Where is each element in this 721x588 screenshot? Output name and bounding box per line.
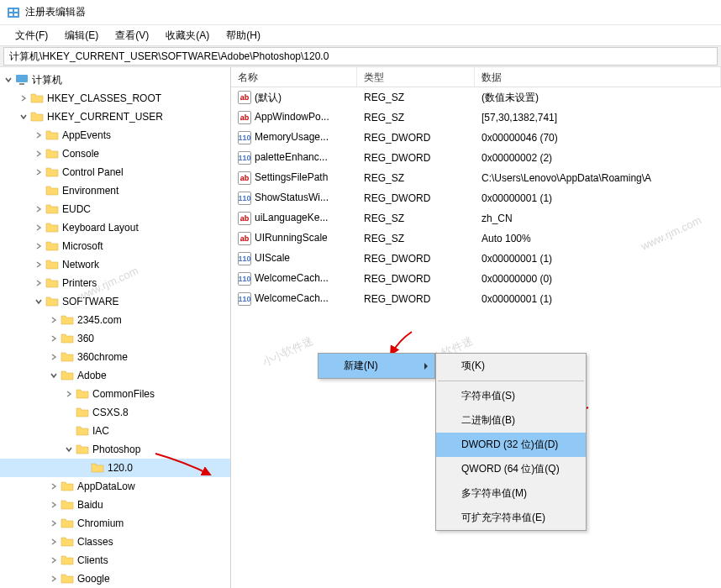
folder-icon — [76, 444, 89, 455]
tree-item[interactable]: Control Panel — [0, 163, 230, 181]
chevron-right-icon[interactable] — [34, 241, 44, 251]
tree-hkcu[interactable]: HKEY_CURRENT_USER — [0, 108, 230, 126]
list-row[interactable]: 110WelcomeCach... REG_DWORD 0x00000001 (… — [231, 289, 721, 309]
tree-item[interactable]: AppDataLow — [0, 477, 230, 496]
chevron-right-icon[interactable] — [49, 333, 59, 344]
tree-label: Environment — [62, 185, 118, 197]
menu-edit[interactable]: 编辑(E) — [56, 27, 107, 45]
tree-item[interactable]: Clients — [0, 551, 230, 570]
chevron-right-icon[interactable] — [49, 555, 59, 565]
chevron-right-icon[interactable] — [34, 167, 44, 177]
menu-file[interactable]: 文件(F) — [7, 27, 56, 45]
ctx-expand[interactable]: 可扩充字符串值(E) — [436, 506, 586, 530]
chevron-right-icon[interactable] — [18, 93, 29, 103]
tree-label: CSXS.8 — [92, 407, 129, 418]
list-row[interactable]: 110ShowStatusWi... REG_DWORD 0x00000001 … — [231, 188, 721, 208]
tree-item[interactable]: IAC — [0, 422, 230, 440]
window-title: 注册表编辑器 — [25, 5, 86, 19]
tree-item[interactable]: AppEvents — [0, 126, 230, 144]
tree-item[interactable]: Printers — [0, 274, 230, 292]
tree-hkcr[interactable]: HKEY_CLASSES_ROOT — [0, 89, 230, 108]
chevron-right-icon[interactable] — [49, 537, 59, 547]
ctx-qword[interactable]: QWORD (64 位)值(Q) — [436, 457, 586, 481]
ctx-binary[interactable]: 二进制值(B) — [436, 408, 586, 433]
ctx-multi[interactable]: 多字符串值(M) — [436, 481, 586, 506]
tree-root[interactable]: 计算机 — [0, 71, 230, 89]
list-row[interactable]: ab(默认) REG_SZ (数值未设置) — [231, 87, 721, 108]
tree-panel[interactable]: 计算机 HKEY_CLASSES_ROOT HKEY_CURRENT_USER … — [0, 67, 231, 588]
list-row[interactable]: 110paletteEnhanc... REG_DWORD 0x00000002… — [231, 148, 721, 168]
value-name: (默认) — [255, 92, 282, 103]
list-row[interactable]: 110WelcomeCach... REG_DWORD 0x00000000 (… — [231, 269, 721, 289]
folder-icon — [30, 111, 44, 123]
chevron-down-icon[interactable] — [3, 75, 13, 85]
list-header: 名称 类型 数据 — [231, 67, 721, 87]
tree-item[interactable]: 360 — [0, 329, 230, 348]
list-row[interactable]: abSettingsFilePath REG_SZ C:\Users\Lenov… — [231, 168, 721, 188]
menu-favorites[interactable]: 收藏夹(A) — [157, 27, 218, 45]
chevron-down-icon[interactable] — [49, 370, 59, 381]
ctx-string[interactable]: 字符串值(S) — [436, 384, 586, 408]
chevron-right-icon[interactable] — [34, 130, 44, 140]
svg-rect-3 — [9, 13, 13, 16]
tree-item[interactable]: Chromium — [0, 514, 230, 533]
tree-item[interactable]: Keyboard Layout — [0, 218, 230, 237]
tree-item[interactable]: 2345.com — [0, 311, 230, 329]
tree-item[interactable]: SOFTWARE — [0, 292, 230, 311]
tree-item[interactable]: CSXS.8 — [0, 403, 230, 422]
list-row[interactable]: abAppWindowPo... REG_SZ [57,30,1382,741] — [231, 108, 721, 128]
chevron-down-icon[interactable] — [64, 444, 74, 454]
tree-item[interactable]: Baidu — [0, 496, 230, 514]
tree-item[interactable]: CommonFiles — [0, 385, 230, 403]
list-row[interactable]: 110UIScale REG_DWORD 0x00000001 (1) — [231, 249, 721, 269]
tree-item[interactable]: Adobe — [0, 366, 230, 385]
folder-icon — [61, 536, 74, 548]
tree-item[interactable]: 360chrome — [0, 348, 230, 366]
tree-item[interactable]: Environment — [0, 181, 230, 200]
tree-item[interactable]: Classes — [0, 533, 230, 551]
menu-help[interactable]: 帮助(H) — [218, 27, 269, 45]
value-data: 0x00000001 (1) — [475, 191, 721, 206]
ctx-new[interactable]: 新建(N) — [318, 354, 434, 378]
tree-label: Microsoft — [62, 240, 103, 252]
string-icon: ab — [238, 212, 251, 225]
address-input[interactable] — [3, 47, 718, 66]
list-row[interactable]: abuiLanguageKe... REG_SZ zh_CN — [231, 208, 721, 228]
tree-label: Baidu — [77, 499, 103, 511]
chevron-right-icon[interactable] — [49, 352, 59, 362]
value-data: (数值未设置) — [475, 89, 721, 107]
chevron-right-icon[interactable] — [34, 278, 44, 288]
value-name: AppWindowPo... — [255, 111, 329, 123]
context-menu-new: 新建(N) — [318, 353, 435, 379]
chevron-right-icon[interactable] — [49, 518, 59, 528]
chevron-down-icon[interactable] — [34, 297, 44, 307]
chevron-right-icon[interactable] — [34, 260, 44, 270]
col-data[interactable]: 数据 — [475, 67, 721, 87]
tree-item[interactable]: Google — [0, 570, 230, 588]
chevron-right-icon[interactable] — [34, 204, 44, 214]
tree-item[interactable]: Photoshop — [0, 440, 230, 459]
col-type[interactable]: 类型 — [357, 67, 475, 87]
dword-icon: 110 — [238, 272, 251, 286]
tree-item[interactable]: 120.0 — [0, 459, 230, 477]
chevron-down-icon[interactable] — [18, 112, 29, 122]
chevron-right-icon[interactable] — [49, 481, 59, 491]
value-data: 0x00000002 (2) — [475, 150, 721, 165]
col-name[interactable]: 名称 — [231, 67, 357, 87]
list-row[interactable]: abUIRunningScale REG_SZ Auto 100% — [231, 228, 721, 249]
tree-item[interactable]: EUDC — [0, 200, 230, 218]
tree-item[interactable]: Microsoft — [0, 237, 230, 255]
chevron-right-icon[interactable] — [49, 315, 59, 325]
tree-item[interactable]: Console — [0, 144, 230, 163]
menu-view[interactable]: 查看(V) — [107, 27, 157, 45]
list-row[interactable]: 110MemoryUsage... REG_DWORD 0x00000046 (… — [231, 128, 721, 148]
chevron-right-icon[interactable] — [64, 389, 74, 399]
tree-item[interactable]: Network — [0, 255, 230, 274]
menubar: 文件(F) 编辑(E) 查看(V) 收藏夹(A) 帮助(H) — [0, 25, 721, 45]
ctx-dword[interactable]: DWORD (32 位)值(D) — [436, 433, 586, 457]
chevron-right-icon[interactable] — [34, 149, 44, 159]
ctx-key[interactable]: 项(K) — [436, 354, 586, 378]
chevron-right-icon[interactable] — [49, 500, 59, 510]
chevron-right-icon[interactable] — [34, 223, 44, 233]
chevron-right-icon[interactable] — [49, 574, 59, 584]
